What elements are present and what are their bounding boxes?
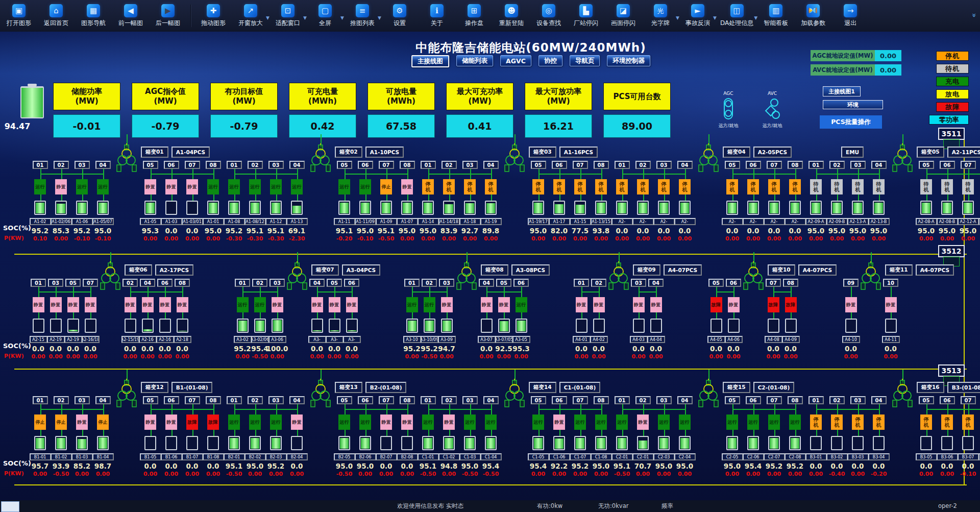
unit-status-box[interactable]: 故障 [768, 297, 779, 312]
unit-label[interactable]: A2-08-B [937, 218, 958, 225]
unit-status-box[interactable]: 停机 [852, 415, 864, 430]
unit-status-box[interactable]: 运行 [658, 415, 670, 430]
dropdown-caret-icon[interactable]: ▼ [713, 15, 717, 20]
unit-status-box[interactable]: 运行 [237, 297, 249, 312]
unit-status-box[interactable]: 停机 [962, 415, 974, 430]
unit-label[interactable]: B1-02 [51, 453, 72, 460]
box-transformer-label[interactable]: 箱变02 [335, 147, 362, 158]
unit-status-box[interactable]: 运行 [422, 415, 434, 430]
pcs-label[interactable]: B1-(01-08) [172, 382, 213, 393]
unit-label[interactable]: A1-05/07 [92, 218, 114, 225]
unit-status-box[interactable]: 运行 [726, 415, 738, 430]
unit-label[interactable]: B1-06 [161, 453, 182, 460]
unit-label[interactable]: A2- [764, 218, 785, 225]
unit-number-box[interactable]: 02 [591, 279, 606, 287]
toolbar-item-19[interactable]: ►▼事故反演 [683, 4, 713, 28]
unit-status-box[interactable]: 停机 [747, 179, 759, 194]
unit-status-box[interactable]: 静置 [401, 179, 413, 194]
box-transformer-label[interactable]: 箱变03 [529, 147, 556, 158]
agc-remote-local-indicator[interactable]: AGC 远方/就地 [710, 91, 746, 129]
unit-label[interactable]: C1-08 [591, 453, 612, 460]
unit-status-box[interactable]: 故障 [186, 415, 198, 430]
transformer-icon-wrap[interactable] [115, 143, 138, 175]
bus-marker-3511[interactable]: 3511 [938, 128, 965, 140]
unit-number-box[interactable]: 06 [164, 161, 179, 169]
unit-number-box[interactable]: 07 [83, 279, 98, 287]
unit-label[interactable]: B2-06 [355, 453, 376, 460]
unit-label[interactable]: B1-01 [30, 453, 51, 460]
unit-number-box[interactable]: 08 [788, 161, 803, 169]
unit-number-box[interactable]: 01 [227, 161, 242, 169]
unit-label[interactable]: B3-07 [958, 453, 979, 460]
unit-number-box[interactable]: 01 [615, 396, 630, 404]
unit-number-box[interactable]: 04 [289, 396, 305, 404]
transformer-icon-wrap[interactable] [697, 143, 720, 175]
tab-储能列表[interactable]: 储能列表 [456, 55, 493, 66]
unit-number-box[interactable]: 07 [961, 396, 976, 404]
unit-status-box[interactable]: 故障 [710, 297, 722, 312]
statusbar-corner-box[interactable] [1, 501, 19, 512]
unit-number-box[interactable]: 04 [677, 161, 693, 169]
toolbar-item-6[interactable]: ✚拖动图形 [199, 4, 228, 28]
unit-number-box[interactable]: 06 [552, 396, 567, 404]
unit-number-box[interactable]: 06 [746, 161, 761, 169]
unit-label[interactable]: A3-10/09 [421, 336, 438, 343]
unit-status-box[interactable]: 停机 [679, 179, 691, 194]
unit-status-box[interactable]: 停止 [380, 179, 392, 194]
unit-number-box[interactable]: 03 [270, 279, 285, 287]
unit-number-box[interactable]: 07 [573, 161, 588, 169]
unit-number-box[interactable]: 03 [656, 396, 672, 404]
unit-number-box[interactable]: 02 [54, 396, 69, 404]
unit-number-box[interactable]: 05 [327, 279, 342, 287]
toolbar-overflow-chevron[interactable]: » [971, 13, 979, 18]
box-transformer-label[interactable]: 箱变16 [917, 382, 944, 393]
unit-status-box[interactable]: 停机 [616, 179, 628, 194]
unit-number-box[interactable]: 04 [95, 161, 111, 169]
unit-number-box[interactable]: 06 [164, 396, 179, 404]
unit-status-box[interactable]: 运行 [516, 297, 527, 312]
unit-number-box[interactable]: 08 [206, 161, 221, 169]
unit-label[interactable]: A1-11/09 [355, 218, 376, 225]
unit-number-box[interactable]: 07 [379, 396, 394, 404]
unit-label[interactable]: C2-08 [785, 453, 806, 460]
unit-number-box[interactable]: 04 [871, 396, 887, 404]
unit-status-box[interactable]: 停机 [831, 415, 843, 430]
toolbar-item-18[interactable]: 光▼光字牌 [646, 4, 675, 28]
unit-number-box[interactable]: 06 [552, 161, 567, 169]
unit-number-box[interactable]: 05 [65, 279, 81, 287]
unit-status-box[interactable]: 静置 [885, 297, 897, 312]
unit-label[interactable]: A1-08 [224, 218, 245, 225]
unit-number-box[interactable]: 03 [631, 279, 646, 287]
unit-label[interactable]: B2-05 [334, 453, 355, 460]
unit-status-box[interactable]: 运行 [254, 297, 266, 312]
pcs-label[interactable]: A2-05PCS [753, 147, 792, 158]
unit-status-box[interactable]: 运行 [359, 415, 371, 430]
unit-status-box[interactable]: 静置 [845, 297, 857, 312]
unit-label[interactable]: A2-19 [47, 336, 65, 343]
unit-number-box[interactable]: 03 [462, 396, 478, 404]
unit-label[interactable]: A2- [611, 218, 633, 225]
unit-status-box[interactable]: 停止 [55, 415, 67, 430]
unit-status-box[interactable]: 停机 [658, 179, 670, 194]
unit-number-box[interactable]: 05 [143, 396, 158, 404]
agc-setpoint-value[interactable]: 0.00 [875, 50, 901, 61]
unit-number-box[interactable]: 08 [400, 161, 415, 169]
toolbar-item-7[interactable]: ↗▼开窗放大 [236, 4, 265, 28]
unit-label[interactable]: C1-07 [570, 453, 591, 460]
dropdown-caret-icon[interactable]: ▼ [340, 15, 344, 20]
unit-number-box[interactable]: 06 [940, 396, 955, 404]
unit-status-box[interactable]: 停机 [810, 415, 822, 430]
unit-label[interactable]: A1-17 [549, 218, 570, 225]
unit-number-box[interactable]: 06 [513, 279, 529, 287]
unit-label[interactable]: A1-03/01 [182, 218, 203, 225]
unit-number-box[interactable]: 08 [400, 396, 415, 404]
unit-status-box[interactable]: 停机 [920, 415, 932, 430]
unit-label[interactable]: A2-16/18 [82, 336, 100, 343]
environment-button[interactable]: 环境 [823, 100, 883, 109]
box-transformer-label[interactable]: 箱变09 [633, 264, 660, 276]
unit-number-box[interactable]: 04 [677, 396, 693, 404]
transformer-icon-wrap[interactable] [607, 261, 630, 293]
unit-label[interactable]: B2-03 [265, 453, 287, 460]
unit-label[interactable]: A4-09 [782, 336, 800, 343]
box-transformer-label[interactable]: 箱变14 [529, 382, 556, 393]
